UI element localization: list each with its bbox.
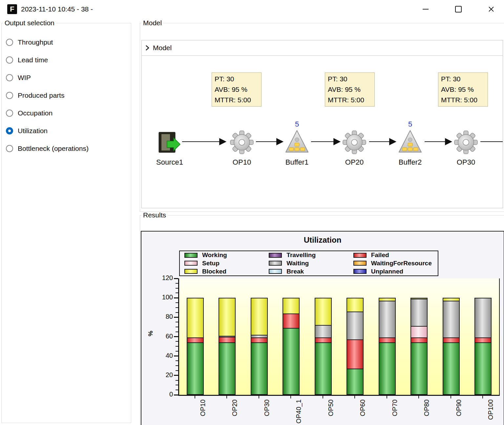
segment-Waiting — [474, 298, 492, 338]
segment-Waiting — [315, 325, 332, 338]
segment-Working — [410, 342, 428, 395]
radio-selected-icon[interactable] — [6, 127, 13, 134]
y-tick-minor — [176, 288, 178, 289]
radio-unselected-icon[interactable] — [6, 56, 13, 64]
maximize-button[interactable] — [447, 0, 470, 18]
output-selection-group: Output selection ThroughputLead timeWIPP… — [1, 19, 131, 423]
y-tick-label: 60 — [152, 333, 173, 340]
segment-Blocked — [251, 298, 268, 335]
legend-Failed: Failed — [353, 252, 438, 259]
y-tick-major — [174, 336, 178, 337]
x-label-OP100: OP100 — [487, 399, 494, 420]
radio-unselected-icon[interactable] — [6, 110, 13, 117]
x-label-OP50: OP50 — [327, 399, 335, 416]
y-tick-minor — [176, 312, 178, 313]
segment-Failed — [283, 314, 300, 329]
y-tick-minor — [176, 302, 178, 303]
minimize-icon — [423, 9, 429, 10]
legend-Waiting: Waiting — [269, 260, 353, 267]
node-Buffer1[interactable]: 5Buffer1 — [285, 120, 309, 166]
legend-label: Waiting — [286, 260, 309, 267]
x-tick — [195, 396, 195, 398]
bar-OP60 — [346, 278, 364, 395]
radio-label: Bottleneck (operations) — [18, 145, 89, 152]
x-label-OP30: OP30 — [263, 399, 271, 416]
x-tick — [418, 396, 419, 398]
legend-label: Working — [202, 252, 227, 259]
svg-text:5: 5 — [408, 120, 412, 128]
operation-info-OP30: PT: 30AVB: 95 %MTTR: 5:00 — [438, 72, 488, 107]
segment-Waiting — [410, 299, 428, 327]
plot-area — [178, 278, 500, 396]
y-tick-minor — [176, 380, 178, 381]
radio-option-bottleneck-operations[interactable]: Bottleneck (operations) — [2, 140, 131, 157]
legend-Setup: Setup — [184, 260, 269, 267]
legend-swatch-Travelling — [269, 253, 282, 258]
segment-Blocked — [219, 298, 236, 336]
x-label-OP60: OP60 — [359, 399, 367, 416]
node-OP20[interactable]: OP20 — [343, 131, 366, 166]
app-icon: F — [7, 4, 17, 14]
x-tick — [290, 396, 291, 398]
y-tick-major — [174, 375, 178, 376]
x-tick — [259, 396, 259, 398]
radio-option-wip[interactable]: WIP — [2, 69, 131, 87]
svg-text:Source1: Source1 — [156, 158, 183, 166]
bar-OP100 — [474, 278, 492, 395]
radio-option-throughput[interactable]: Throughput — [2, 33, 131, 51]
segment-Blocked — [379, 298, 396, 301]
legend-label: Blocked — [202, 268, 226, 275]
radio-option-occupation[interactable]: Occupation — [2, 104, 131, 122]
radio-unselected-icon[interactable] — [6, 92, 13, 99]
segment-Blocked — [187, 298, 204, 338]
y-tick-label: 80 — [152, 313, 173, 320]
segment-Working — [474, 342, 492, 395]
y-tick-minor — [176, 390, 178, 390]
node-OP10[interactable]: OP10 — [230, 131, 253, 166]
legend-Blocked: Blocked — [184, 268, 269, 275]
minimize-button[interactable] — [414, 0, 437, 18]
segment-Failed — [346, 339, 364, 369]
radio-option-produced-parts[interactable]: Produced parts — [2, 87, 131, 104]
node-Buffer2[interactable]: 5Buffer2 — [399, 120, 422, 166]
node-Source1[interactable]: Source1 — [156, 132, 183, 166]
radio-option-utilization[interactable]: Utilization — [2, 122, 131, 140]
legend-Unplanned: Unplanned — [353, 268, 438, 275]
node-OP30[interactable]: OP30 — [454, 131, 477, 166]
model-header[interactable]: Model — [142, 40, 503, 56]
chart-title: Utilization — [141, 235, 504, 245]
legend-WaitingForResource: WaitingForResource — [353, 260, 438, 267]
y-tick-minor — [176, 293, 178, 293]
segment-Blocked — [283, 298, 300, 314]
svg-text:Buffer2: Buffer2 — [399, 158, 422, 166]
radio-label: Utilization — [18, 127, 48, 135]
segment-Working — [251, 342, 268, 395]
bar-OP80 — [410, 278, 428, 395]
radio-unselected-icon[interactable] — [6, 39, 13, 46]
y-tick-major — [174, 317, 178, 318]
bar-OP70 — [379, 278, 396, 395]
model-canvas[interactable]: Source1OP105Buffer1OP205Buffer2OP30PT: 3… — [142, 56, 503, 208]
y-tick-minor — [176, 370, 178, 371]
segment-Working — [187, 342, 204, 395]
radio-option-lead-time[interactable]: Lead time — [2, 51, 131, 69]
results-group: Results Utilization WorkingSetupBlockedT… — [140, 211, 504, 425]
segment-Failed — [219, 337, 236, 343]
segment-Working — [346, 369, 364, 395]
radio-unselected-icon[interactable] — [6, 145, 13, 152]
close-button[interactable] — [480, 0, 503, 18]
model-group: Model Model Source1OP105Buffer1OP205Buff… — [140, 19, 504, 212]
segment-Working — [283, 328, 300, 395]
y-tick-label: 120 — [152, 274, 173, 282]
utilization-chart: Utilization WorkingSetupBlockedTravellin… — [141, 231, 504, 425]
y-tick-minor — [176, 346, 178, 347]
y-tick-label: 20 — [152, 371, 173, 379]
segment-Working — [315, 342, 332, 395]
legend-swatch-Setup — [184, 261, 198, 266]
segment-Failed — [410, 337, 428, 343]
svg-text:OP10: OP10 — [233, 158, 251, 166]
radio-unselected-icon[interactable] — [6, 74, 13, 81]
output-selection-title: Output selection — [3, 19, 56, 27]
window-title: 2023-11-10 10:45 - 38 - — [21, 5, 93, 13]
x-tick — [354, 396, 355, 398]
